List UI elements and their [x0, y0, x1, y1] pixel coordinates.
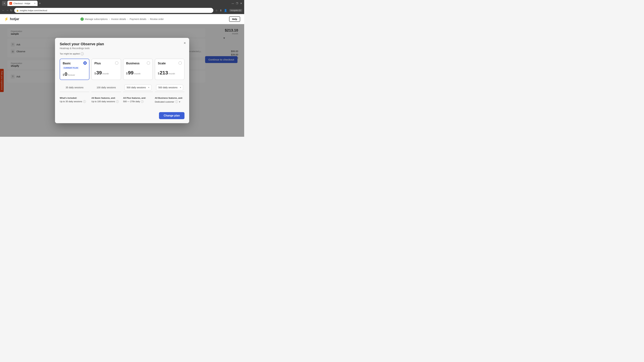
sessions-scale: 500 daily sessions ▾ [155, 83, 184, 92]
sessions-dropdown-chevron-scale: ▾ [180, 86, 181, 89]
window-controls: — ❐ ✕ [232, 2, 242, 5]
feature-info-icon-plus-1[interactable]: i [116, 100, 119, 103]
modal-footer: Change plan [55, 112, 189, 123]
new-tab-button[interactable]: + [39, 1, 41, 5]
price-dollar: $ [63, 73, 64, 76]
plan-radio-business[interactable] [147, 61, 150, 65]
modal-subtitle: Heatmap & Recordings tools [60, 47, 184, 50]
refresh-button[interactable]: ↻ [10, 9, 12, 12]
tab-bar: ▾ H Checkout - Hotjar × + [2, 1, 41, 6]
tab-title: Checkout - Hotjar [14, 2, 30, 5]
plan-card-basic[interactable]: Basic CURRENT PLAN $ 0 /forever [60, 59, 90, 80]
step-label: Manage subscriptions [85, 18, 108, 20]
step-label: Review order [150, 18, 164, 20]
plan-radio-basic[interactable] [83, 61, 87, 65]
price-period: /forever [68, 74, 75, 76]
price-dollar: $ [94, 72, 96, 75]
tax-info-icon[interactable]: i [81, 52, 84, 55]
minimize-button[interactable]: — [232, 2, 234, 5]
step-separator-1: › [109, 17, 110, 21]
plan-name-basic: Basic [63, 62, 86, 65]
sessions-dropdown-value-business: 500 daily sessions [126, 86, 146, 89]
bookmark-icon[interactable]: ☆ [215, 9, 218, 12]
features-scale: All Business features, and: Dedicated cu… [155, 95, 184, 105]
browser-addressbar: ← → ↻ 🔒 insights.hotjar.com/checkout ☆ ⬇… [0, 7, 244, 14]
features-header-scale: All Business features, and: [155, 97, 184, 99]
page-body: Rate your experience Organization sample… [0, 24, 244, 137]
features-basic: What's included: Up to 35 daily sessions… [60, 95, 90, 105]
plan-card-business[interactable]: Business $ 99 /month [123, 59, 153, 80]
plan-price-basic: $ 0 /forever [63, 71, 86, 77]
feature-info-icon-basic-1[interactable]: i [83, 100, 86, 103]
address-bar[interactable]: 🔒 insights.hotjar.com/checkout [14, 8, 213, 13]
feature-item-plus-1: Up to 100 daily sessions i [92, 100, 121, 103]
plan-name-plus: Plus [94, 62, 118, 65]
scale-feature-expand[interactable]: ▾ [179, 100, 180, 103]
back-button[interactable]: ← [2, 9, 5, 12]
features-header-business: All Plus features, and: [123, 97, 153, 99]
step-label: Payment details [130, 18, 146, 20]
feature-item-business-1: 500 — 270k daily i [123, 100, 153, 103]
features-business: All Plus features, and: 500 — 270k daily… [123, 95, 153, 105]
step-separator-2: › [128, 17, 128, 21]
hotjar-logo-icon: ⚡ [4, 17, 8, 21]
page: ⚡ hotjar ✓ Manage subscriptions › Invoic… [0, 14, 244, 137]
price-dollar: $ [158, 72, 159, 75]
sessions-dropdown-scale[interactable]: 500 daily sessions ▾ [156, 85, 183, 90]
sessions-label-plus: 100 daily sessions [96, 86, 116, 89]
select-observe-plan-modal: Select your Observe plan Heatmap & Recor… [55, 38, 189, 123]
forward-button[interactable]: → [6, 9, 9, 12]
sessions-dropdown-chevron-business: ▾ [148, 86, 149, 89]
tab-close-button[interactable]: × [34, 2, 36, 5]
step-payment-details: Payment details [130, 18, 146, 20]
sessions-plus: 100 daily sessions [92, 83, 121, 92]
feature-info-icon-business-1[interactable]: i [141, 100, 144, 103]
modal-body: Tax might be applied i Basic CURRENT PLA… [55, 52, 189, 112]
lock-icon: 🔒 [16, 9, 19, 11]
feature-text-plus-1: Up to 100 daily sessions [92, 100, 115, 103]
change-plan-button[interactable]: Change plan [159, 112, 184, 119]
header-steps: ✓ Manage subscriptions › Invoice details… [80, 17, 164, 21]
feature-text-scale-1: Dedicated customer [155, 100, 174, 103]
features-header-basic: What's included: [60, 97, 90, 99]
modal-title: Select your Observe plan [60, 42, 184, 46]
help-button[interactable]: Help [229, 16, 240, 22]
tax-notice: Tax might be applied i [60, 52, 184, 55]
price-amount: 213 [160, 70, 168, 76]
features-plus: All Basic features, and: Up to 100 daily… [92, 95, 121, 105]
features-row: What's included: Up to 35 daily sessions… [60, 95, 184, 105]
address-bar-actions: ☆ ⬇ 👤 Incognito (2) [215, 9, 242, 12]
incognito-badge[interactable]: Incognito (2) [229, 9, 242, 12]
sessions-dropdown-value-scale: 500 daily sessions [158, 86, 178, 89]
feature-info-icon-scale-1[interactable]: i [175, 100, 178, 103]
price-amount: 0 [64, 71, 68, 77]
feature-item-basic-1: Up to 35 daily sessions i [60, 100, 90, 103]
plan-radio-plus[interactable] [115, 61, 118, 65]
plan-radio-scale[interactable] [178, 61, 182, 65]
profile-icon[interactable]: 👤 [224, 9, 227, 12]
feature-text-basic-1: Up to 35 daily sessions [60, 100, 82, 103]
plan-card-scale[interactable]: Scale $ 213 /month [155, 59, 184, 80]
plan-badge-basic: CURRENT PLAN [63, 67, 79, 69]
price-period: /month [102, 72, 109, 75]
plan-price-scale: $ 213 /month [158, 70, 182, 76]
plan-price-plus: $ 39 /month [94, 70, 118, 76]
price-period: /month [168, 72, 175, 75]
download-icon[interactable]: ⬇ [220, 9, 222, 12]
step-check-icon: ✓ [80, 17, 84, 21]
nav-buttons: ← → ↻ [2, 9, 12, 12]
feature-text-business-1: 500 — 270k daily [123, 100, 140, 103]
sessions-business: 500 daily sessions ▾ [123, 83, 153, 92]
active-tab[interactable]: H Checkout - Hotjar × [8, 1, 38, 6]
plan-price-business: $ 99 /month [126, 70, 150, 76]
modal-close-button[interactable]: × [184, 41, 186, 45]
sessions-dropdown-business[interactable]: 500 daily sessions ▾ [124, 85, 152, 90]
modal-overlay[interactable]: Select your Observe plan Heatmap & Recor… [0, 24, 244, 137]
hotjar-logo: ⚡ hotjar [4, 17, 19, 21]
plan-card-plus[interactable]: Plus $ 39 /month [92, 59, 121, 80]
close-window-button[interactable]: ✕ [240, 2, 242, 5]
plan-name-business: Business [126, 62, 150, 65]
maximize-button[interactable]: ❐ [236, 2, 238, 5]
tab-switcher[interactable]: ▾ [2, 1, 7, 6]
step-manage-subscriptions: ✓ Manage subscriptions [80, 17, 108, 21]
